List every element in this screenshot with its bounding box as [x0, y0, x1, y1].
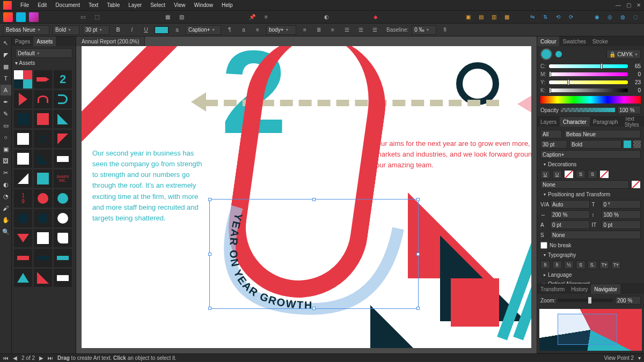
assets-preset-select[interactable]: Default▼ [15, 48, 72, 58]
slider-y[interactable] [549, 80, 628, 84]
colour-model-select[interactable]: 🔒 CMYK▼ [606, 49, 641, 59]
arrange-front-icon[interactable]: ▦ [501, 12, 512, 23]
bold-button[interactable]: B [113, 25, 123, 35]
tab-history[interactable]: History [568, 284, 591, 294]
typo-smcp[interactable]: Tᴛ [611, 261, 621, 269]
bool-add-icon[interactable]: ◉ [591, 12, 602, 23]
menu-help[interactable]: Help [217, 2, 237, 8]
align-justify-left-icon[interactable]: ☰ [355, 25, 366, 35]
slider-k[interactable] [549, 88, 628, 92]
tab-swatches[interactable]: Swatches [559, 36, 589, 46]
typo-frac[interactable]: ½ [564, 261, 574, 269]
pencil-tool[interactable]: ✎ [1, 108, 11, 119]
arrange-back-icon[interactable]: ▣ [463, 12, 473, 23]
char-bg-swatch[interactable] [633, 141, 641, 148]
position-select[interactable]: None [550, 231, 641, 239]
fill-swatch[interactable] [155, 26, 169, 34]
asset-item[interactable] [34, 110, 52, 128]
deco-strike-colour[interactable] [564, 170, 574, 179]
artistic-text-tool[interactable]: A [1, 85, 11, 95]
crop-tool[interactable]: ✂ [1, 167, 11, 178]
picture-frame-tool[interactable]: ▣ [1, 144, 11, 154]
document-tab[interactable]: Annual Report (200.0%) [76, 36, 145, 46]
toolbar-pin-icon[interactable]: 📌 [247, 12, 258, 23]
char-style-select[interactable]: Caption+▼ [186, 25, 221, 35]
page-nav-last[interactable]: ⏭ [48, 355, 53, 361]
fill-colour-well[interactable] [540, 48, 552, 60]
tab-text-styles[interactable]: Text Styles [621, 117, 644, 127]
typo-dlig[interactable]: fi [552, 261, 562, 269]
menu-layer[interactable]: Layer [124, 2, 146, 8]
optical-header[interactable]: Optical Alignment [540, 279, 641, 284]
tab-stroke[interactable]: Stroke [589, 36, 611, 46]
move-tool[interactable]: ↖ [1, 38, 11, 48]
toolbar-wrap-icon[interactable]: ◆ [370, 12, 381, 23]
bool-int-icon[interactable]: ◍ [617, 12, 628, 23]
deco-none-colour[interactable] [631, 180, 641, 189]
tab-assets[interactable]: Assets [33, 36, 56, 46]
frame-text-tool[interactable]: T [1, 73, 11, 84]
opacity-slider[interactable] [561, 108, 615, 112]
arrange-forward-icon[interactable]: ▥ [488, 12, 499, 23]
char-style-icon[interactable]: a [172, 25, 182, 35]
menu-table[interactable]: Table [103, 2, 124, 8]
tab-transform[interactable]: Transform [537, 284, 568, 294]
font-size-select[interactable]: 30 pt▼ [83, 25, 109, 35]
asset-item[interactable]: 19 [14, 189, 32, 208]
pan-tool[interactable]: ✋ [1, 215, 11, 225]
tab-pages[interactable]: Pages [12, 36, 33, 46]
asset-item[interactable] [34, 229, 52, 247]
char-all-select[interactable]: All [540, 130, 562, 138]
list-icon[interactable]: ≡ [252, 25, 263, 35]
tab-colour[interactable]: Colour [537, 36, 559, 46]
shear-input[interactable]: 0 ° [602, 200, 641, 209]
page-nav-prev[interactable]: ◀ [13, 355, 17, 361]
asset-item[interactable] [34, 150, 52, 168]
transparency-tool[interactable]: ◔ [1, 191, 11, 202]
fill-tool[interactable]: ◐ [1, 179, 11, 190]
font-family-select[interactable]: Bebas Neue▼ [3, 25, 49, 35]
asset-item[interactable] [54, 150, 72, 168]
asset-item[interactable] [14, 169, 32, 188]
vector-brush-tool[interactable]: 🖌 [1, 203, 11, 213]
tab-paragraph[interactable]: Paragraph [590, 117, 621, 127]
asset-item[interactable] [34, 169, 52, 188]
rotate-cw-icon[interactable]: ⟳ [566, 12, 576, 23]
positioning-header[interactable]: Positioning and Transform [540, 190, 641, 199]
asset-item[interactable] [34, 130, 52, 148]
asset-item[interactable] [54, 189, 72, 208]
asset-item[interactable] [54, 249, 72, 267]
para-style-icon[interactable]: ¶ [224, 25, 235, 35]
decorations-header[interactable]: Decorations [540, 160, 641, 169]
underline-button[interactable]: U [141, 25, 151, 35]
asset-item[interactable] [14, 249, 32, 267]
char-weight-select[interactable]: Bold [569, 140, 621, 149]
toolbar-preflight-icon[interactable]: ⬚ [91, 12, 102, 23]
typo-subs[interactable]: S. [588, 261, 597, 269]
asset-item[interactable] [54, 90, 72, 108]
page-nav-next[interactable]: ▶ [39, 355, 43, 361]
char-font-select[interactable]: Bebas Neue [564, 130, 641, 138]
canvas[interactable]: 2 Our second year in business has seen t… [82, 46, 531, 348]
typo-titl[interactable]: Tᴛ [599, 261, 609, 269]
opacity-input[interactable]: 100 % [617, 106, 641, 114]
typo-sups[interactable]: S [576, 261, 586, 269]
char-parastyle-select[interactable]: Caption+ [540, 150, 641, 159]
asset-item[interactable] [14, 269, 32, 287]
close-button[interactable]: ✕ [636, 2, 641, 8]
toolbar-picture-icon[interactable]: ▧ [176, 12, 187, 23]
slider-c[interactable] [549, 64, 628, 68]
align-right-icon[interactable]: ≡ [327, 25, 338, 35]
menu-text[interactable]: Text [84, 2, 103, 8]
flip-h-icon[interactable]: ⇋ [527, 12, 538, 23]
asset-item[interactable] [54, 209, 72, 227]
nobreak-checkbox[interactable] [540, 242, 547, 249]
rotate-ccw-icon[interactable]: ⟲ [553, 12, 564, 23]
baseline-shift-input[interactable]: 0 pt [550, 220, 590, 229]
menu-file[interactable]: File [16, 2, 33, 8]
language-header[interactable]: Language [540, 270, 641, 279]
deco-none-select[interactable]: None [540, 180, 629, 189]
table-tool[interactable]: ▦ [1, 61, 11, 72]
menu-edit[interactable]: Edit [33, 2, 51, 8]
para-style-select[interactable]: body+▼ [266, 25, 296, 35]
